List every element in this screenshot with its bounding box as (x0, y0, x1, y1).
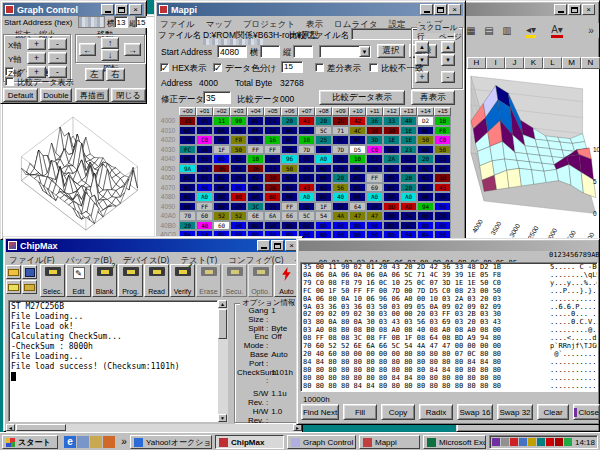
data-byte-cell[interactable]: 0A (281, 126, 298, 136)
toolbar-prog-button[interactable]: Prog. (118, 264, 143, 297)
data-byte-cell[interactable]: 00 (196, 116, 213, 126)
data-byte-cell[interactable]: 03 (400, 154, 417, 164)
toolbar-verify-button[interactable]: ✓Verify (170, 264, 195, 297)
data-byte-cell[interactable]: 30 (264, 173, 281, 183)
data-byte-cell[interactable]: FF (196, 202, 213, 212)
data-byte-cell[interactable]: 03 (383, 173, 400, 183)
data-byte-cell[interactable]: 80 (366, 221, 383, 231)
data-byte-cell[interactable]: 00 (247, 221, 264, 231)
data-byte-cell[interactable]: 08 (230, 202, 247, 212)
data-byte-cell[interactable]: 6A (264, 211, 281, 221)
axis-plus-button[interactable]: + (27, 66, 46, 78)
data-byte-cell[interactable]: 0A (213, 183, 230, 193)
tray-monitor-icon[interactable] (519, 438, 527, 446)
data-byte-cell[interactable]: 06 (298, 154, 315, 164)
data-byte-cell[interactable]: 0A (349, 164, 366, 174)
find-next-button[interactable]: Find Next (301, 404, 339, 420)
width-input[interactable] (260, 45, 280, 58)
data-byte-cell[interactable]: 09 (315, 164, 332, 174)
data-byte-cell[interactable]: A0 (298, 192, 315, 202)
data-byte-cell[interactable]: 69 (366, 183, 383, 193)
tray-pen-icon[interactable] (501, 438, 509, 446)
tray-network-icon[interactable] (537, 438, 545, 446)
fill-color-icon[interactable]: ◂▾ (523, 23, 539, 38)
data-byte-cell[interactable]: 0A (179, 126, 196, 136)
chipmax-horizontal-scrollbar[interactable]: ◄ ► (6, 424, 302, 432)
data-byte-cell[interactable]: 2B (400, 173, 417, 183)
data-byte-cell[interactable]: 1E (400, 126, 417, 136)
data-byte-cell[interactable]: 10 (247, 154, 264, 164)
data-byte-cell[interactable]: 56 (332, 183, 349, 193)
data-byte-cell[interactable]: 47 (349, 211, 366, 221)
data-byte-cell[interactable]: FC (179, 145, 196, 155)
buffer-dialog-titlebar[interactable] (299, 241, 597, 251)
data-byte-cell[interactable]: 03 (349, 173, 366, 183)
data-byte-cell[interactable]: 60 (213, 221, 230, 231)
tray-scheduler-icon[interactable] (564, 438, 572, 446)
data-byte-cell[interactable]: A0 (315, 154, 332, 164)
data-byte-cell[interactable]: 03 (366, 154, 383, 164)
data-byte-cell[interactable]: 50 (281, 164, 298, 174)
ie-quicklaunch-icon[interactable]: e (64, 436, 76, 448)
data-byte-cell[interactable]: 03 (179, 183, 196, 193)
data-byte-cell[interactable]: 20 (417, 154, 434, 164)
data-byte-cell[interactable]: 02 (247, 116, 264, 126)
data-byte-cell[interactable]: 08 (264, 202, 281, 212)
data-byte-cell[interactable]: 08 (213, 202, 230, 212)
graph-control-redraw-button[interactable]: 再描画 (75, 88, 109, 102)
data-byte-cell[interactable]: 70 (179, 211, 196, 221)
data-byte-cell[interactable]: 20 (400, 183, 417, 193)
hex-bytes[interactable]: 0A 06 80 0A 10 06 96 06 A0 00 10 03 2A 0… (303, 295, 501, 303)
data-byte-cell[interactable]: 06 (196, 154, 213, 164)
hex-bytes[interactable]: 0A 06 0A 06 0A 06 0A 06 5C 71 4C 39 39 1… (303, 271, 501, 279)
hex-bytes[interactable]: 02 09 02 09 02 30 03 00 00 20 03 FF 03 2… (303, 310, 501, 318)
data-byte-cell[interactable]: 00 (298, 221, 315, 231)
preset-combobox[interactable]: ▼ (319, 45, 371, 58)
maximize-icon[interactable] (568, 4, 581, 15)
data-byte-cell[interactable]: 08 (349, 192, 366, 202)
hex-bytes[interactable]: 03 80 0A 80 0A 30 03 43 03 56 03 69 03 2… (303, 318, 501, 326)
chipmax-log[interactable]: ST M27C256BFile Loading...File Load ok!C… (8, 300, 218, 422)
taskbar-button-mappi[interactable]: Mappi (359, 435, 420, 449)
data-byte-cell[interactable]: 00 (298, 173, 315, 183)
edit-data-input[interactable]: 35 (203, 91, 231, 104)
maximize-icon[interactable] (115, 4, 128, 15)
data-byte-cell[interactable]: 7D (298, 145, 315, 155)
axis-plus-button[interactable]: + (27, 38, 46, 50)
graph-control-titlebar[interactable]: Graph Control × (3, 3, 144, 16)
swap-32-button[interactable]: Swap 32 (497, 404, 533, 420)
data-byte-cell[interactable]: C0 (366, 145, 383, 155)
data-byte-cell[interactable]: 23 (400, 145, 417, 155)
data-byte-cell[interactable]: 08 (281, 192, 298, 202)
data-byte-cell[interactable]: 1F (315, 202, 332, 212)
data-byte-cell[interactable]: 20 (179, 221, 196, 231)
close-icon[interactable]: × (129, 4, 142, 15)
data-byte-cell[interactable]: 08 (417, 192, 434, 202)
data-byte-cell[interactable]: 0C (332, 135, 349, 145)
data-byte-cell[interactable]: 00 (315, 145, 332, 155)
data-byte-cell[interactable]: A0 (400, 192, 417, 202)
data-byte-cell[interactable]: 03 (349, 183, 366, 193)
close-icon[interactable]: × (582, 4, 595, 15)
column-header[interactable]: L (543, 57, 562, 69)
graph-control-default-button[interactable]: Default (3, 88, 38, 102)
data-byte-cell[interactable]: 09 (230, 173, 247, 183)
hex-editor-area[interactable]: 35 00 11 90 02 01 20 43 20 2D 42 36 33 4… (300, 262, 598, 392)
data-byte-cell[interactable]: 03 (298, 164, 315, 174)
close-button[interactable]: Close (573, 404, 600, 420)
column-header[interactable]: H (467, 57, 486, 69)
data-byte-cell[interactable]: 01 (264, 116, 281, 126)
data-byte-cell[interactable]: 0A (247, 183, 264, 193)
data-byte-cell[interactable]: 80 (230, 221, 247, 231)
data-byte-cell[interactable]: 00 (417, 145, 434, 155)
data-byte-cell[interactable]: 36 (366, 116, 383, 126)
radix-button[interactable]: Radix (419, 404, 453, 420)
mappi-titlebar[interactable]: Mappi × (157, 3, 463, 16)
maximize-icon[interactable] (271, 240, 284, 251)
excel-3d-surface-chart[interactable]: 40003500300025002000150010000510 (459, 69, 599, 241)
column-header[interactable]: M (562, 57, 581, 69)
data-byte-cell[interactable]: 06 (230, 126, 247, 136)
data-byte-cell[interactable]: 20 (332, 173, 349, 183)
minimize-icon[interactable] (257, 240, 270, 251)
data-byte-cell[interactable]: FF (281, 202, 298, 212)
